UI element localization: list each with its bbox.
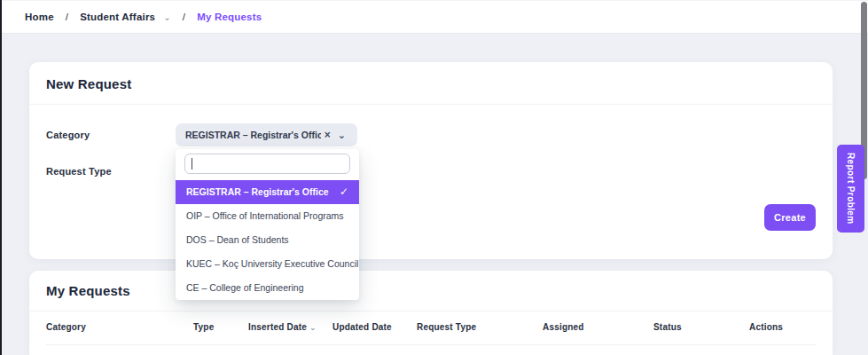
breadcrumb-separator: /: [66, 12, 68, 22]
category-option-label: OIP – Office of International Programs: [186, 210, 344, 221]
column-header-type[interactable]: Type: [193, 322, 214, 332]
my-requests-card: My Requests Category Type Inserted Date⌄…: [29, 271, 833, 355]
request-type-field-label: Request Type: [46, 166, 112, 177]
category-option[interactable]: OIP – Office of International Programs: [176, 204, 359, 228]
column-header-inserted-date-label: Inserted Date: [248, 322, 307, 332]
report-problem-tab[interactable]: Report Problem: [837, 145, 864, 233]
text-caret: [192, 158, 192, 170]
chevron-down-icon[interactable]: ⌄: [163, 12, 171, 22]
check-icon: ✓: [340, 180, 348, 204]
column-header-assigned[interactable]: Assigned: [543, 322, 584, 332]
category-search-input[interactable]: [184, 154, 350, 174]
category-select-value: REGISTRAR – Registrar's Office: [185, 130, 321, 140]
breadcrumb-separator: /: [183, 12, 185, 22]
column-header-actions[interactable]: Actions: [749, 322, 783, 332]
category-option[interactable]: DOS – Dean of Students: [176, 228, 359, 252]
new-request-card: New Request Category Request Type Create: [29, 62, 833, 259]
category-option-label: CE – College of Engineering: [186, 282, 304, 293]
create-button[interactable]: Create: [764, 204, 816, 231]
my-requests-title: My Requests: [46, 283, 130, 298]
sort-chevron-icon: ⌄: [309, 323, 317, 332]
category-field-label: Category: [46, 130, 90, 140]
new-request-title: New Request: [46, 76, 131, 91]
breadcrumb-item-home[interactable]: Home: [25, 12, 54, 22]
column-header-inserted-date[interactable]: Inserted Date⌄: [248, 322, 317, 332]
divider: [29, 311, 833, 312]
app-screen: Home / Student Affairs ⌄ / My Requests N…: [0, 0, 868, 355]
window-left-edge: [0, 0, 2, 355]
breadcrumb-item-my-requests[interactable]: My Requests: [197, 12, 262, 22]
column-header-updated-date[interactable]: Updated Date: [332, 322, 392, 332]
breadcrumb: Home / Student Affairs ⌄ / My Requests: [2, 0, 868, 34]
column-header-request-type[interactable]: Request Type: [417, 322, 476, 332]
column-header-status[interactable]: Status: [653, 322, 682, 332]
category-dropdown-panel: REGISTRAR – Registrar's Office ✓ OIP – O…: [176, 149, 359, 300]
category-option-label: REGISTRAR – Registrar's Office: [186, 186, 329, 197]
divider: [29, 104, 833, 105]
category-option-list: REGISTRAR – Registrar's Office ✓ OIP – O…: [176, 180, 359, 300]
category-option[interactable]: KUEC – Koç University Executive Council: [176, 252, 359, 276]
column-header-category[interactable]: Category: [46, 322, 86, 332]
clear-icon[interactable]: ×: [321, 130, 334, 140]
category-option-label: DOS – Dean of Students: [186, 234, 289, 245]
category-option-label: KUEC – Koç University Executive Council: [186, 258, 358, 269]
breadcrumb-item-student-affairs[interactable]: Student Affairs: [80, 12, 155, 22]
divider: [46, 344, 817, 345]
category-option[interactable]: CE – College of Engineering: [176, 276, 359, 300]
chevron-down-icon[interactable]: ⌄: [334, 130, 349, 140]
category-option[interactable]: REGISTRAR – Registrar's Office ✓: [176, 180, 359, 204]
category-select[interactable]: REGISTRAR – Registrar's Office × ⌄: [176, 123, 357, 146]
